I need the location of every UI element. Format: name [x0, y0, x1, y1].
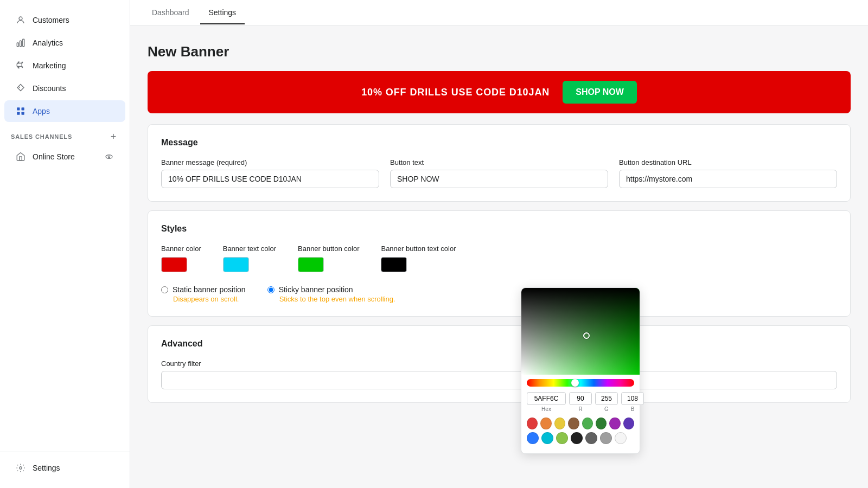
static-position-radio[interactable] [161, 286, 168, 293]
sidebar-item-apps[interactable]: Apps [4, 100, 125, 122]
button-url-input[interactable] [619, 170, 837, 188]
svg-rect-6 [22, 107, 24, 110]
svg-point-0 [19, 17, 22, 20]
sticky-position-radio[interactable] [267, 286, 275, 293]
banner-button-color-swatch[interactable] [298, 257, 324, 272]
position-group: Static banner position Disappears on scr… [161, 285, 837, 303]
advanced-card-title: Advanced [161, 339, 837, 349]
preset-indigo[interactable] [623, 418, 634, 429]
banner-button-color-label: Banner button color [298, 245, 359, 253]
preset-darkgreen[interactable] [596, 418, 607, 429]
banner-button-text-color-swatch[interactable] [381, 257, 407, 272]
settings-gear-icon [15, 463, 26, 473]
button-url-field: Button destination URL [619, 158, 837, 188]
banner-color-label: Banner color [161, 245, 201, 253]
preset-brown[interactable] [568, 418, 579, 429]
eye-icon[interactable] [104, 151, 114, 162]
svg-rect-9 [20, 157, 22, 160]
styles-card-title: Styles [161, 224, 837, 234]
country-filter-field: Country filter [161, 359, 837, 389]
discounts-label: Discounts [33, 84, 66, 93]
apps-icon [15, 106, 26, 117]
sidebar-item-customers[interactable]: Customers [4, 9, 125, 31]
static-position-option: Static banner position Disappears on scr… [161, 285, 246, 303]
sticky-position-desc: Sticks to the top even when scrolling. [267, 295, 395, 303]
banner-message-input[interactable] [161, 170, 379, 188]
top-nav: Dashboard Settings [130, 0, 868, 26]
banner-button-text-color-group: Banner button text color [381, 245, 456, 272]
banner-text-color-label: Banner text color [223, 245, 276, 253]
static-position-label[interactable]: Static banner position [173, 285, 246, 294]
preset-cyan[interactable] [541, 432, 553, 444]
sidebar-item-discounts[interactable]: Discounts [4, 78, 125, 99]
svg-rect-3 [23, 39, 24, 47]
sidebar-item-settings[interactable]: Settings [4, 457, 125, 479]
apps-label: Apps [33, 107, 50, 115]
preset-white[interactable] [615, 432, 627, 444]
person-icon [15, 15, 26, 25]
preset-gray[interactable] [600, 432, 612, 444]
banner-shop-now-button[interactable]: SHOP NOW [563, 81, 637, 104]
preset-darkgray[interactable] [585, 432, 597, 444]
sales-channels-header: SALES CHANNELS + [0, 123, 130, 145]
message-card: Message Banner message (required) Button… [148, 124, 851, 202]
preset-colors [521, 414, 640, 444]
message-form-grid: Banner message (required) Button text Bu… [161, 158, 837, 188]
r-label: R [569, 406, 592, 412]
hex-field: Hex [527, 392, 566, 412]
hue-bar[interactable] [527, 379, 634, 387]
svg-rect-8 [22, 112, 24, 115]
b-input[interactable] [621, 392, 644, 405]
page-body: New Banner 10% OFF DRILLS USE CODE D10JA… [130, 26, 868, 488]
r-input[interactable] [569, 392, 592, 405]
country-filter-label: Country filter [161, 359, 837, 368]
preset-row-2 [527, 432, 634, 444]
svg-point-4 [19, 87, 20, 88]
color-picker-popup: Hex R G B [521, 287, 640, 454]
b-field: B [621, 392, 644, 412]
store-icon [15, 151, 26, 162]
hex-input[interactable] [527, 392, 566, 405]
g-input[interactable] [595, 392, 618, 405]
styles-card: Styles Banner color Banner text color Ba… [148, 210, 851, 317]
tab-settings[interactable]: Settings [200, 2, 245, 24]
sticky-position-label[interactable]: Sticky banner position [279, 285, 353, 294]
preset-blue[interactable] [527, 432, 539, 444]
banner-button-color-group: Banner button color [298, 245, 359, 272]
g-label: G [595, 406, 618, 412]
button-text-input[interactable] [390, 170, 608, 188]
banner-color-swatch[interactable] [161, 257, 187, 272]
chart-icon [15, 37, 26, 48]
banner-text-color-swatch[interactable] [223, 257, 249, 272]
tag-icon [15, 83, 26, 94]
sidebar-item-online-store[interactable]: Online Store [4, 146, 125, 168]
hue-bar-row [521, 375, 640, 389]
banner-message-field: Banner message (required) [161, 158, 379, 188]
sidebar-item-marketing[interactable]: Marketing [4, 55, 125, 76]
preset-row-1 [527, 418, 634, 429]
banner-button-text-color-label: Banner button text color [381, 245, 456, 253]
country-filter-input[interactable] [161, 371, 837, 389]
gradient-bg [521, 288, 640, 375]
preset-purple[interactable] [609, 418, 620, 429]
tab-dashboard[interactable]: Dashboard [143, 2, 198, 24]
b-label: B [621, 406, 644, 412]
add-sales-channel-button[interactable]: + [108, 131, 119, 142]
preset-orange[interactable] [540, 418, 551, 429]
color-gradient-canvas[interactable] [521, 288, 640, 375]
preset-lightgreen[interactable] [582, 418, 593, 429]
svg-rect-7 [17, 112, 20, 115]
preset-black[interactable] [571, 432, 583, 444]
main-content: Dashboard Settings New Banner 10% OFF DR… [130, 0, 868, 488]
preset-red[interactable] [527, 418, 538, 429]
banner-text-color-group: Banner text color [223, 245, 276, 272]
preset-lime[interactable] [556, 432, 568, 444]
static-position-desc: Disappears on scroll. [161, 295, 246, 303]
sidebar-item-analytics[interactable]: Analytics [4, 32, 125, 54]
megaphone-icon [15, 60, 26, 71]
color-swatches: Banner color Banner text color Banner bu… [161, 245, 837, 272]
banner-message-label: Banner message (required) [161, 158, 379, 166]
analytics-label: Analytics [33, 38, 63, 47]
sidebar-bottom: Settings [0, 452, 130, 479]
preset-yellow[interactable] [554, 418, 565, 429]
